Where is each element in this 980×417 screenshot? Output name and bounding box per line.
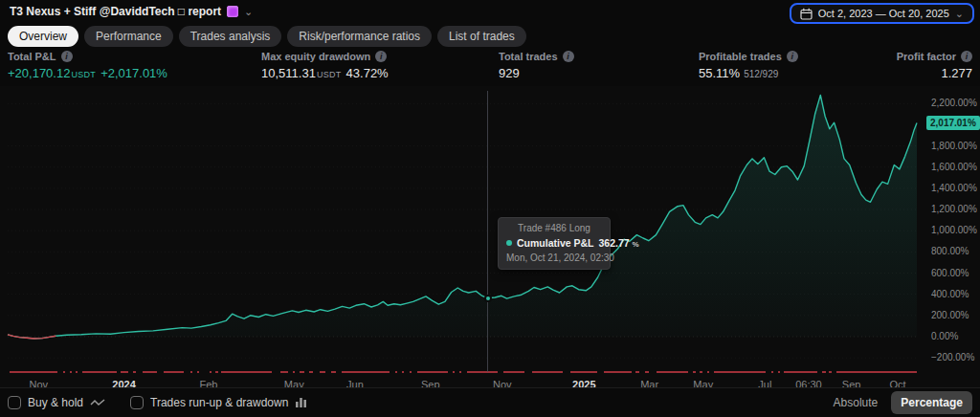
stat-value: 1.277 (897, 66, 972, 80)
loss-marker-segment (331, 371, 336, 373)
stats-row: Total P&Li+20,170.12USDT+2,017.01%Max eq… (0, 51, 980, 87)
stat-label-text: Max equity drawdown (261, 51, 370, 62)
loss-marker-segment (778, 371, 781, 373)
loss-marker-segment (707, 371, 710, 373)
report-title-group[interactable]: T3 Nexus + Stiff @DaviddTech □ report ⌄ (10, 5, 253, 18)
header: T3 Nexus + Stiff @DaviddTech □ report ⌄ … (0, 0, 980, 25)
stat-value-extra: 43.72% (346, 66, 389, 80)
info-icon[interactable]: i (61, 51, 73, 62)
loss-marker-segment (164, 371, 184, 373)
stat-value-number: 55.11% (699, 66, 740, 80)
date-range-label: Oct 2, 2023 — Oct 20, 2025 (818, 8, 949, 19)
info-icon[interactable]: i (787, 51, 798, 62)
date-range-button[interactable]: Oct 2, 2023 — Oct 20, 2025 ⌄ (790, 3, 974, 24)
stat-label-text: Total P&L (8, 51, 56, 62)
tab-risk-performance-ratios[interactable]: Risk/performance ratios (287, 26, 432, 47)
stat-value-number: 10,511.31 (261, 66, 316, 80)
page-title: T3 Nexus + Stiff @DaviddTech □ report (10, 5, 221, 18)
stat-label: Profit factori (897, 51, 972, 62)
stat-label-text: Total trades (499, 51, 558, 62)
stat-total-p-l: Total P&Li+20,170.12USDT+2,017.01% (8, 51, 167, 80)
loss-marker-segment (453, 371, 456, 373)
y-tick-label: 1,000.00% (931, 225, 977, 235)
loss-marker-segment (309, 371, 313, 373)
loss-marker-segment (300, 371, 304, 373)
info-icon[interactable]: i (961, 51, 972, 62)
loss-marker-segment (645, 371, 649, 373)
stat-profit-factor: Profit factori1.277 (897, 51, 972, 80)
stat-value-ratio: 512/929 (744, 69, 778, 79)
stat-value-number: 929 (499, 66, 520, 80)
chevron-down-icon: ⌄ (955, 9, 964, 18)
loss-marker-segment (836, 371, 917, 373)
loss-marker-segment (467, 371, 498, 373)
checkbox-box-icon[interactable] (8, 396, 21, 409)
stat-value: 10,511.31USDT43.72% (261, 66, 389, 80)
loss-marker-segment (143, 371, 157, 373)
stat-profitable-trades: Profitable tradesi55.11%512/929 (699, 51, 798, 80)
loss-marker-segment (221, 371, 272, 373)
y-tick-label: 1,800.00% (931, 141, 977, 151)
stat-value-unit: USDT (317, 70, 342, 79)
loss-marker-segment (197, 371, 200, 373)
tab-list-of-trades[interactable]: List of trades (437, 26, 526, 47)
y-tick-label: 400.00% (931, 289, 969, 299)
loss-marker-segment (459, 371, 461, 373)
loss-marker-segment (76, 371, 78, 373)
equity-curve-chart[interactable]: 2,200.00%1,800.00%1,600.00%1,400.00%1,20… (0, 86, 980, 387)
unit-toggle: AbsolutePercentage (832, 391, 972, 414)
strategy-tester-panel: T3 Nexus + Stiff @DaviddTech □ report ⌄ … (0, 0, 980, 417)
checkbox-trades-run-up-drawdown[interactable]: Trades run-up & drawdown (130, 396, 307, 409)
loss-marker-segment (829, 371, 832, 373)
loss-marker-segment (402, 371, 404, 373)
loss-marker-segment (63, 371, 65, 373)
equity-curve-plot[interactable] (0, 86, 980, 373)
tab-overview[interactable]: Overview (8, 26, 78, 47)
loss-marker-segment (657, 371, 687, 373)
y-tick-label: −200.00% (931, 352, 974, 362)
tab-performance[interactable]: Performance (84, 26, 173, 47)
y-tick-label: 1,200.00% (931, 204, 977, 214)
tooltip-trade-label: Trade #486 Long (506, 223, 602, 233)
stat-label: Max equity drawdowni (261, 51, 389, 62)
checkbox-buy-hold[interactable]: Buy & hold (8, 396, 105, 409)
y-tick-label: 800.00% (931, 246, 969, 256)
stat-value-unit: USDT (71, 70, 96, 79)
stat-label-text: Profit factor (897, 51, 956, 62)
checkbox-label: Buy & hold (28, 396, 83, 409)
y-tick-label: 0.00% (931, 331, 958, 341)
series-dot-icon (506, 240, 512, 246)
stat-value: +20,170.12USDT+2,017.01% (8, 66, 167, 80)
loss-marker-segment (700, 371, 702, 373)
current-value-badge: 2,017.01% (926, 116, 980, 130)
y-tick-label: 1,600.00% (931, 162, 977, 172)
loss-marker-segment (532, 371, 563, 373)
loss-marker-segment (714, 371, 766, 373)
y-tick-label: 200.00% (931, 310, 969, 320)
loss-marker-segment (320, 371, 325, 373)
loss-marker-segment (70, 371, 73, 373)
footer-bar: Buy & holdTrades run-up & drawdownAbsolu… (0, 387, 980, 417)
tooltip-value: 362.77 % (599, 237, 639, 249)
y-tick-label: 2,200.00% (931, 98, 977, 108)
loss-marker-segment (210, 371, 212, 373)
tab-trades-analysis[interactable]: Trades analysis (179, 26, 282, 47)
loss-marker-segment (570, 371, 597, 373)
info-icon[interactable]: i (563, 51, 574, 62)
loss-marker-segment (604, 371, 632, 373)
info-icon[interactable]: i (375, 51, 387, 62)
loss-marker-segment (215, 371, 219, 373)
line-chart-icon (90, 398, 105, 407)
chevron-down-icon[interactable]: ⌄ (244, 7, 253, 16)
loss-marker-segment (293, 371, 295, 373)
loss-marker-segment (822, 371, 826, 373)
toggle-option-absolute[interactable]: Absolute (832, 392, 880, 413)
checkbox-box-icon[interactable] (130, 396, 144, 409)
tooltip-date: Mon, Oct 21, 2024, 02:30 (506, 252, 602, 263)
report-emoji-icon (227, 6, 238, 17)
toggle-option-percentage[interactable]: Percentage (891, 391, 972, 414)
loss-marker-segment (771, 371, 773, 373)
stat-value: 55.11%512/929 (699, 66, 798, 80)
stat-value: 929 (499, 66, 574, 80)
loss-marker-segment (410, 371, 412, 373)
